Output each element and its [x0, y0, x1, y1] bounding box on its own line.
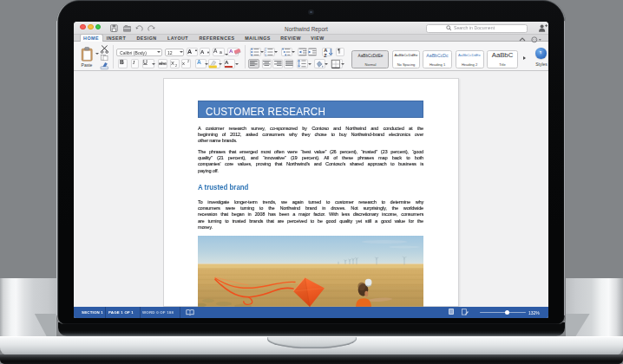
- svg-text:3: 3: [265, 54, 266, 56]
- svg-text:Z: Z: [324, 52, 327, 56]
